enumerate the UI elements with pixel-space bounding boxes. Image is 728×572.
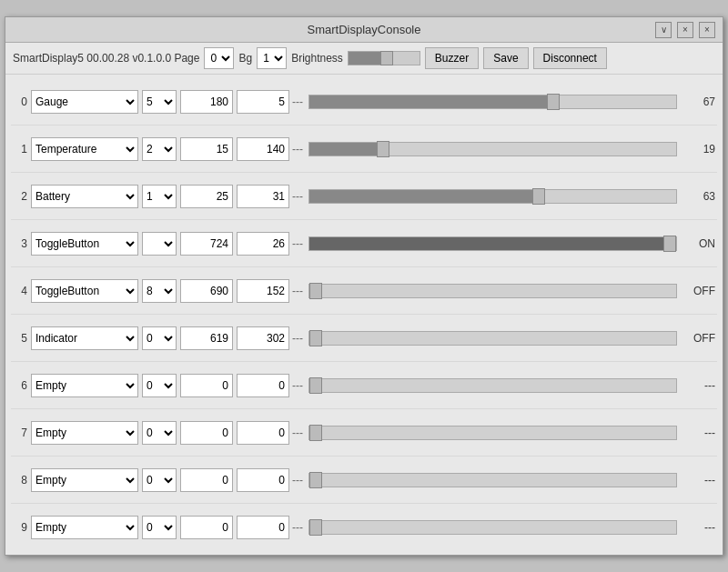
row-index: 1 — [13, 143, 31, 156]
row-val2[interactable] — [237, 421, 289, 445]
row-slider-container — [308, 426, 677, 440]
row-slider-container — [308, 378, 677, 393]
row-val2[interactable] — [237, 279, 289, 303]
row-val1[interactable] — [180, 516, 233, 539]
row-dash: --- — [292, 237, 303, 250]
row-num-select[interactable]: 2 — [142, 137, 177, 161]
table-row: 9Empty0------ — [11, 504, 717, 551]
device-label: SmartDisplay5 00.00.28 v0.1.0.0 Page — [13, 52, 199, 65]
row-slider[interactable] — [308, 520, 677, 535]
minimize-button[interactable]: ∨ — [655, 22, 672, 38]
row-num-select[interactable]: 0 — [142, 326, 177, 350]
row-dash: --- — [292, 521, 303, 534]
row-val1[interactable] — [180, 374, 233, 397]
row-index: 7 — [13, 426, 31, 439]
row-num-select[interactable]: 0 — [142, 374, 177, 397]
row-val1[interactable] — [180, 326, 233, 350]
row-val2[interactable] — [237, 232, 289, 256]
row-type-select[interactable]: Empty — [31, 374, 138, 397]
table-row: 8Empty0------ — [11, 457, 717, 504]
table-row: 0Gauge5---67 — [11, 78, 717, 125]
row-val2[interactable] — [237, 374, 289, 397]
row-slider[interactable] — [308, 426, 677, 440]
row-index: 8 — [13, 474, 31, 487]
row-slider[interactable] — [308, 142, 677, 156]
row-dash: --- — [292, 332, 303, 345]
row-val2[interactable] — [237, 326, 289, 350]
row-dash: --- — [292, 143, 303, 156]
row-val1[interactable] — [180, 421, 233, 445]
row-val1[interactable] — [180, 232, 233, 256]
row-value-label: OFF — [681, 332, 715, 345]
row-num-select[interactable]: 0 — [142, 516, 177, 539]
row-value-label: --- — [681, 379, 715, 392]
row-val2[interactable] — [237, 137, 289, 161]
row-slider[interactable] — [308, 284, 677, 298]
row-num-select[interactable]: 5 — [142, 90, 177, 114]
row-slider[interactable] — [308, 95, 677, 109]
save-button[interactable]: Save — [483, 47, 528, 69]
row-type-select[interactable]: Indicator — [31, 326, 138, 350]
row-value-label: 67 — [681, 95, 715, 108]
row-dash: --- — [292, 190, 303, 203]
row-type-select[interactable]: ToggleButton — [31, 279, 138, 303]
brightness-slider[interactable] — [348, 51, 420, 65]
table-row: 6Empty0------ — [11, 362, 717, 409]
main-window: SmartDisplayConsole ∨ × × SmartDisplay5 … — [5, 16, 723, 556]
row-dash: --- — [292, 95, 303, 108]
row-num-select[interactable]: 1 — [142, 185, 177, 208]
row-dash: --- — [292, 474, 303, 487]
bg-select[interactable]: 1 — [257, 47, 287, 69]
row-slider-container — [308, 236, 677, 251]
row-slider-container — [308, 331, 677, 346]
row-type-select[interactable]: Empty — [31, 421, 138, 445]
row-val1[interactable] — [180, 279, 233, 303]
row-slider-container — [308, 189, 677, 204]
row-val1[interactable] — [180, 468, 233, 492]
row-slider[interactable] — [308, 378, 677, 393]
row-type-select[interactable]: Temperature — [31, 137, 138, 161]
row-type-select[interactable]: Battery — [31, 185, 138, 208]
bg-label: Bg — [238, 52, 252, 65]
row-slider[interactable] — [308, 473, 677, 487]
row-slider[interactable] — [308, 236, 677, 251]
row-type-select[interactable]: Empty — [31, 468, 138, 492]
row-slider-container — [308, 520, 677, 535]
page-select[interactable]: 0 — [204, 47, 234, 69]
row-value-label: 19 — [681, 143, 715, 156]
row-val2[interactable] — [237, 90, 289, 114]
row-val2[interactable] — [237, 468, 289, 492]
disconnect-button[interactable]: Disconnect — [533, 47, 607, 69]
row-num-select[interactable]: 0 — [142, 421, 177, 445]
close-button[interactable]: × — [699, 22, 715, 38]
row-num-select[interactable]: 8 — [142, 279, 177, 303]
row-val1[interactable] — [180, 90, 233, 114]
row-val2[interactable] — [237, 516, 289, 539]
maximize-button[interactable]: × — [677, 22, 693, 38]
title-bar-right: ∨ × × — [540, 22, 715, 38]
row-index: 9 — [13, 521, 31, 534]
row-val1[interactable] — [180, 185, 233, 208]
row-type-select[interactable]: ToggleButton — [31, 232, 138, 256]
row-value-label: ON — [681, 237, 715, 250]
table-row: 5Indicator0---OFF — [11, 315, 717, 362]
table-row: 3ToggleButton---ON — [11, 220, 717, 267]
row-num-select[interactable]: 0 — [142, 468, 177, 492]
rows-container: 0Gauge5---671Temperature2---192Battery1-… — [5, 75, 723, 555]
table-row: 2Battery1---63 — [11, 173, 717, 220]
row-val2[interactable] — [237, 185, 289, 208]
row-value-label: OFF — [681, 285, 715, 297]
row-slider[interactable] — [308, 189, 677, 204]
brightness-label: Brightness — [291, 52, 343, 65]
row-slider-container — [308, 95, 677, 109]
row-type-select[interactable]: Empty — [31, 516, 138, 539]
row-index: 5 — [13, 332, 31, 345]
row-slider[interactable] — [308, 331, 677, 346]
row-slider-container — [308, 284, 677, 298]
row-index: 4 — [13, 285, 31, 297]
row-type-select[interactable]: Gauge — [31, 90, 138, 114]
row-num-select[interactable] — [142, 232, 177, 256]
row-index: 2 — [13, 190, 31, 203]
buzzer-button[interactable]: Buzzer — [425, 47, 479, 69]
row-val1[interactable] — [180, 137, 233, 161]
